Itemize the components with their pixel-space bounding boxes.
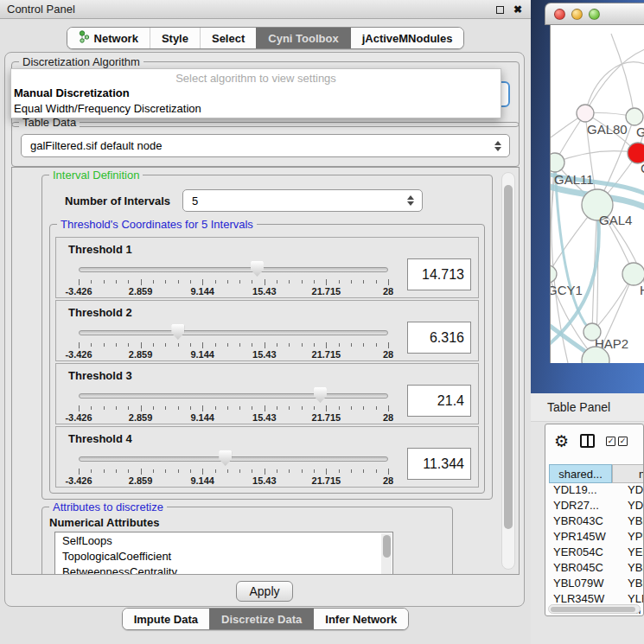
tick-mark xyxy=(326,405,327,411)
slider-thumb-icon[interactable] xyxy=(219,450,232,466)
tick-mark xyxy=(314,469,315,473)
network-node[interactable] xyxy=(577,105,594,122)
table-cell-shared-name[interactable]: YDL19... xyxy=(549,483,612,499)
tab-jactivemnodules[interactable]: jActiveMNodules xyxy=(350,28,464,48)
table-row[interactable]: YPR145WYPR1... xyxy=(549,530,644,545)
tab-network[interactable]: Network xyxy=(67,28,150,48)
column-header-name[interactable]: na... xyxy=(612,464,644,483)
table-row[interactable]: YER054CYER0... xyxy=(549,545,644,561)
tick-mark xyxy=(91,343,92,347)
table-cell-shared-name[interactable]: YPR145W xyxy=(549,530,612,545)
close-icon[interactable]: ✖ xyxy=(513,4,522,15)
threshold-value-input[interactable]: 11.344 xyxy=(407,448,471,480)
tick-mark xyxy=(165,280,166,284)
network-node-label: GAL11 xyxy=(554,172,594,187)
table-row[interactable]: YDL19...YDL1... xyxy=(549,483,644,499)
tick-label: 28 xyxy=(383,349,393,360)
table-cell-name[interactable]: YER0... xyxy=(612,545,644,561)
split-columns-icon[interactable] xyxy=(580,434,595,448)
tick-mark xyxy=(289,469,290,473)
tick-mark xyxy=(252,469,252,473)
gear-icon[interactable]: ⚙ xyxy=(554,433,569,450)
table-row[interactable]: YDR27...YDR2... xyxy=(549,499,644,514)
top-tabbar-inner: NetworkStyleSelectCyni ToolboxjActiveMNo… xyxy=(67,27,465,49)
panel-scrollbar-thumb[interactable] xyxy=(504,185,513,529)
tick-mark xyxy=(153,343,154,347)
slider-track[interactable] xyxy=(79,330,388,335)
threshold-value-input[interactable]: 21.4 xyxy=(407,385,471,417)
float-window-icon[interactable] xyxy=(496,6,504,14)
table-cell-name[interactable]: YDR2... xyxy=(612,499,644,514)
tab-select[interactable]: Select xyxy=(200,28,256,48)
table-cell-shared-name[interactable]: YBR043C xyxy=(549,514,612,530)
slider-track[interactable] xyxy=(79,393,388,399)
tick-mark xyxy=(153,280,154,284)
tick-mark xyxy=(239,469,240,473)
column-header-shared-name[interactable]: shared... xyxy=(549,464,612,483)
tab-cyni-toolbox[interactable]: Cyni Toolbox xyxy=(256,28,349,48)
table-cell-name[interactable]: YDL1... xyxy=(612,483,644,499)
network-edge[interactable] xyxy=(585,49,644,113)
slider-thumb-icon[interactable] xyxy=(171,324,184,340)
attributes-group-label: Attributes to discretize xyxy=(49,501,167,513)
table-cell-shared-name[interactable]: YDR27... xyxy=(549,499,612,514)
select-columns-icon[interactable]: ✓ ✓ xyxy=(606,437,628,446)
attribute-list-item[interactable]: BetweennessCentrality xyxy=(55,564,392,575)
threshold-value-input[interactable]: 6.316 xyxy=(407,322,471,354)
tab-style[interactable]: Style xyxy=(150,28,200,48)
traffic-light-close-icon[interactable] xyxy=(554,9,565,20)
tick-label: 2.859 xyxy=(129,286,153,296)
tick-mark xyxy=(302,406,303,410)
attribute-list-item[interactable]: SelfLoops xyxy=(55,532,392,548)
slider-track[interactable] xyxy=(79,267,388,272)
attribute-list-item[interactable]: TopologicalCoefficient xyxy=(55,548,392,564)
bottom-tab-discretize-data[interactable]: Discretize Data xyxy=(209,609,313,629)
network-edge[interactable] xyxy=(585,62,644,113)
bottom-tab-infer-network[interactable]: Infer Network xyxy=(313,609,408,629)
table-cell-shared-name[interactable]: YER054C xyxy=(549,545,612,561)
table-cell-name[interactable]: YBR0... xyxy=(612,514,644,530)
threshold-value-input[interactable]: 14.713 xyxy=(407,258,471,290)
table-cell-name[interactable]: YBR0... xyxy=(612,561,644,577)
list-scrollbar[interactable] xyxy=(381,533,392,575)
tick-mark xyxy=(128,280,129,284)
number-of-intervals-select[interactable]: 5 xyxy=(182,189,423,212)
traffic-light-minimize-icon[interactable] xyxy=(571,9,583,20)
tick-mark xyxy=(190,280,191,284)
network-node[interactable] xyxy=(626,108,643,125)
network-edge[interactable] xyxy=(611,34,634,117)
network-node[interactable] xyxy=(551,153,564,172)
slider-thumb-icon[interactable] xyxy=(251,261,264,277)
network-window-titlebar[interactable] xyxy=(545,3,644,25)
panel-scrollbar[interactable] xyxy=(501,172,515,570)
slider-thumb-icon[interactable] xyxy=(314,387,327,403)
table-cell-shared-name[interactable]: YBR045C xyxy=(549,561,612,577)
table-data-select[interactable]: galFiltered.sif default node xyxy=(21,134,510,157)
tick-mark xyxy=(326,279,327,285)
network-view-canvas[interactable]: GAL80GACGAL11GAL4GCY1HHAP2 xyxy=(550,25,644,363)
table-cell-name[interactable]: YBL0... xyxy=(612,577,644,592)
table-h-scrollbar-thumb[interactable] xyxy=(551,607,635,612)
tick-mark xyxy=(252,280,252,284)
table-cell-name[interactable]: YPR1... xyxy=(612,530,644,545)
table-row[interactable]: YBR045CYBR0... xyxy=(549,561,644,577)
bottom-tab-impute-data[interactable]: Impute Data xyxy=(123,609,209,629)
threshold-panel: Threshold 2-3.4262.8599.14415.4321.71528… xyxy=(55,300,479,361)
tick-mark xyxy=(128,343,129,347)
table-cell-shared-name[interactable]: YBL079W xyxy=(549,577,612,592)
list-scrollbar-thumb[interactable] xyxy=(383,535,391,558)
algorithm-popup-item[interactable]: Manual Discretization xyxy=(11,86,501,101)
tick-mark xyxy=(202,342,203,348)
table-row[interactable]: YBL079WYBL0... xyxy=(549,577,644,592)
algorithm-popup-item[interactable]: Equal Width/Frequency Discretization xyxy=(11,101,501,117)
numerical-attributes-list[interactable]: SelfLoopsTopologicalCoefficientBetweenne… xyxy=(54,532,393,575)
traffic-light-zoom-icon[interactable] xyxy=(589,9,600,20)
network-node[interactable] xyxy=(551,265,557,283)
tick-mark xyxy=(239,280,240,284)
tick-mark xyxy=(388,342,389,348)
apply-button[interactable]: Apply xyxy=(236,581,293,602)
table-h-scrollbar[interactable] xyxy=(548,604,641,614)
table-row[interactable]: YBR043CYBR0... xyxy=(549,514,644,530)
network-edge[interactable] xyxy=(555,151,638,163)
slider-track[interactable] xyxy=(79,456,388,462)
